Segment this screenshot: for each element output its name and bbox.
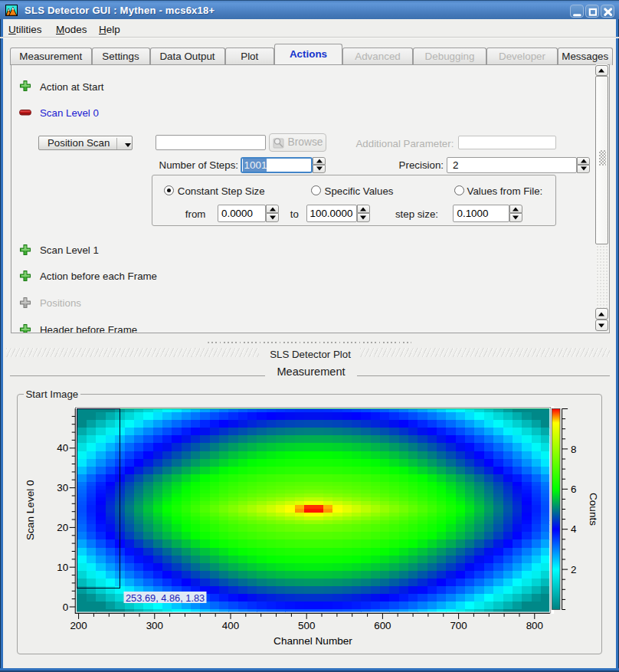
svg-text:200: 200 <box>70 620 87 631</box>
svg-text:500: 500 <box>298 620 315 631</box>
svg-text:4: 4 <box>571 523 577 535</box>
svg-text:6: 6 <box>571 484 576 495</box>
svg-text:300: 300 <box>146 620 163 631</box>
svg-text:30: 30 <box>57 482 68 493</box>
svg-text:20: 20 <box>57 522 68 533</box>
svg-text:40: 40 <box>57 442 68 454</box>
svg-text:2: 2 <box>571 564 576 575</box>
svg-text:253.69, 4.86, 1.83: 253.69, 4.86, 1.83 <box>126 592 205 604</box>
svg-text:600: 600 <box>374 620 391 631</box>
svg-text:400: 400 <box>222 620 239 631</box>
svg-text:Counts: Counts <box>588 493 599 526</box>
svg-text:Scan Level 0: Scan Level 0 <box>25 480 36 540</box>
svg-text:700: 700 <box>450 620 467 631</box>
svg-text:8: 8 <box>571 444 576 455</box>
svg-text:Channel Number: Channel Number <box>273 635 352 647</box>
svg-text:10: 10 <box>57 562 68 573</box>
svg-text:0: 0 <box>63 602 68 613</box>
svg-text:800: 800 <box>526 620 543 631</box>
